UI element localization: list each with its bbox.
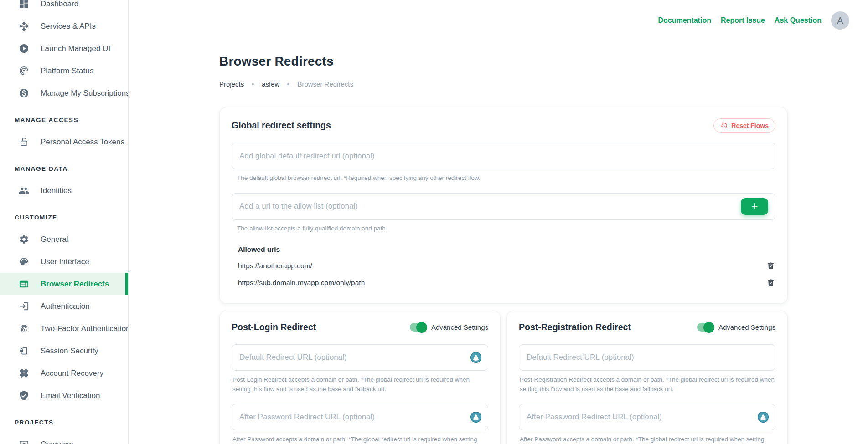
post-registration-default-url-input[interactable]: [519, 344, 775, 371]
sidebar-item-overview[interactable]: Overview: [0, 433, 128, 444]
sidebar-item-browser-redirects[interactable]: Browser Redirects: [0, 273, 128, 295]
post-login-redirect-card: Post-Login Redirect Advanced Settings Po…: [219, 311, 501, 444]
post-login-default-url-field: [232, 344, 488, 371]
sidebar-item-dashboard[interactable]: Dashboard: [0, 0, 128, 15]
play-circle-icon: [18, 43, 29, 54]
sidebar-item-label: User Interface: [41, 257, 89, 266]
allowed-urls-title: Allowed urls: [238, 245, 775, 254]
image-cloud-icon: [18, 439, 29, 444]
mountain-badge-icon: [757, 411, 769, 423]
global-redirect-settings-card: Global redirect settings Reset Flows The…: [219, 107, 788, 304]
sidebar-item-label: Authentication: [41, 302, 90, 311]
sidebar-item-label: Session Security: [41, 347, 98, 356]
post-login-after-password-field: [232, 404, 488, 430]
avatar[interactable]: A: [831, 11, 849, 30]
plus-icon: +: [751, 200, 758, 212]
breadcrumb-project-name[interactable]: asfew: [262, 80, 279, 88]
post-login-after-password-input[interactable]: [232, 404, 488, 430]
allowed-url-text: https://sub.domain.myapp.com/only/path: [238, 279, 365, 287]
sidebar-item-manage-subscriptions[interactable]: Manage My Subscriptions: [0, 82, 128, 104]
history-icon: [720, 122, 728, 129]
advanced-settings-label: Advanced Settings: [718, 323, 775, 331]
sidebar: Dashboard Services & APIs Launch Managed…: [0, 0, 129, 444]
page-title: Browser Redirects: [219, 54, 788, 69]
gear-icon: [18, 234, 29, 245]
sidebar-item-general[interactable]: General: [0, 228, 128, 250]
sidebar-section-manage-access: MANAGE ACCESS: [0, 109, 128, 131]
sidebar-item-label: Launch Managed UI: [41, 44, 110, 53]
sidebar-item-identities[interactable]: Identities: [0, 179, 128, 202]
sidebar-item-label: Services & APIs: [41, 22, 96, 31]
documentation-link[interactable]: Documentation: [658, 16, 711, 25]
sidebar-item-label: Browser Redirects: [41, 280, 109, 289]
sidebar-item-label: Manage My Subscriptions: [41, 89, 129, 98]
sidebar-item-label: Account Recovery: [41, 369, 103, 378]
post-login-card-title: Post-Login Redirect: [232, 322, 316, 332]
breadcrumb-separator-icon: [287, 83, 289, 85]
toggle-knob: [416, 322, 427, 333]
reset-flows-button[interactable]: Reset Flows: [713, 118, 775, 133]
allow-list-helper: The allow list accepts a fully qualified…: [237, 224, 775, 234]
post-registration-advanced-toggle[interactable]: [697, 323, 713, 332]
post-login-advanced-toggle[interactable]: [410, 323, 426, 332]
shield-check-icon: [18, 390, 29, 401]
sidebar-item-label: Dashboard: [41, 0, 78, 9]
report-issue-link[interactable]: Report Issue: [721, 16, 765, 25]
sidebar-item-email-verification[interactable]: Email Verification: [0, 384, 128, 407]
sidebar-item-account-recovery[interactable]: Account Recovery: [0, 362, 128, 384]
delete-url-button[interactable]: [766, 278, 775, 287]
lock-open-icon: [18, 137, 29, 148]
sidebar-item-label: Identities: [41, 186, 72, 195]
allow-list-url-field: +: [232, 193, 775, 220]
palette-icon: [18, 256, 29, 267]
reset-flows-label: Reset Flows: [731, 122, 769, 129]
allowed-url-text: https://anotherapp.com/: [238, 262, 312, 270]
top-nav: Documentation Report Issue Ask Question …: [658, 11, 849, 30]
sidebar-item-label: Two-Factor Authentication: [41, 324, 129, 333]
sidebar-item-authentication[interactable]: Authentication: [0, 295, 128, 317]
allow-list-url-input[interactable]: [232, 193, 775, 220]
global-default-url-input[interactable]: [232, 143, 775, 169]
breadcrumb-projects[interactable]: Projects: [219, 80, 244, 88]
sidebar-item-label: General: [41, 235, 68, 244]
toggle-knob: [703, 322, 714, 333]
main-content: Browser Redirects Projects asfew Browser…: [129, 0, 868, 444]
ask-question-link[interactable]: Ask Question: [775, 16, 822, 25]
advanced-settings-label: Advanced Settings: [431, 323, 488, 331]
sidebar-item-two-factor[interactable]: Two-Factor Authentication: [0, 317, 128, 340]
post-login-after-password-helper: After Password accepts a domain or path.…: [232, 435, 488, 444]
sidebar-item-session-security[interactable]: Session Security: [0, 340, 128, 362]
device-lock-icon: [18, 346, 29, 357]
login-icon: [18, 301, 29, 312]
people-icon: [18, 185, 29, 196]
browser-window-icon: [18, 279, 29, 290]
sidebar-nav: Dashboard Services & APIs Launch Managed…: [0, 0, 128, 444]
post-registration-card-title: Post-Registration Redirect: [519, 322, 631, 332]
sidebar-item-user-interface[interactable]: User Interface: [0, 250, 128, 273]
sidebar-item-personal-access-tokens[interactable]: Personal Access Tokens: [0, 131, 128, 153]
post-login-default-url-input[interactable]: [232, 344, 488, 371]
sidebar-item-services-apis[interactable]: Services & APIs: [0, 15, 128, 37]
breadcrumb: Projects asfew Browser Redirects: [219, 80, 788, 88]
add-allow-url-button[interactable]: +: [741, 198, 768, 215]
post-registration-after-password-input[interactable]: [519, 404, 775, 430]
sidebar-item-platform-status[interactable]: Platform Status: [0, 60, 128, 82]
global-card-title: Global redirect settings: [232, 120, 331, 131]
allowed-url-row: https://anotherapp.com/: [238, 261, 775, 270]
mountain-badge-icon: [470, 352, 482, 363]
trash-icon: [766, 261, 775, 270]
post-registration-default-url-field: [519, 344, 775, 371]
post-registration-default-helper: Post-Registration Redirect accepts a dom…: [520, 375, 775, 394]
trash-icon: [766, 278, 775, 287]
bandage-icon: [18, 368, 29, 379]
global-default-url-helper: The default global browser redirect url.…: [237, 174, 775, 183]
sidebar-item-label: Personal Access Tokens: [41, 138, 124, 147]
post-registration-redirect-card: Post-Registration Redirect Advanced Sett…: [506, 311, 788, 444]
global-default-url-field: [232, 143, 775, 169]
sidebar-item-label: Email Verification: [41, 391, 100, 400]
allowed-url-row: https://sub.domain.myapp.com/only/path: [238, 278, 775, 287]
delete-url-button[interactable]: [766, 261, 775, 270]
dollar-circle-icon: [18, 88, 29, 99]
sidebar-item-launch-managed-ui[interactable]: Launch Managed UI: [0, 37, 128, 60]
mountain-badge-icon: [470, 411, 482, 423]
